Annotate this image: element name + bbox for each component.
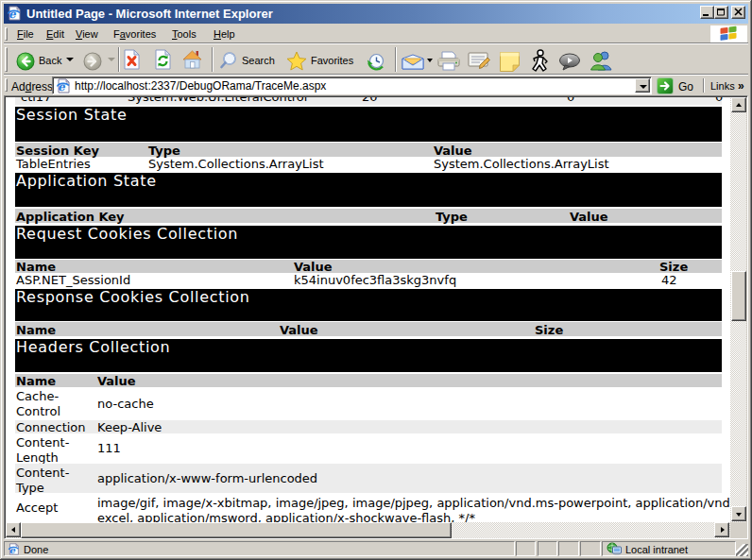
address-url[interactable]: http://localhost:2337/DebugORama/TraceMe…: [75, 79, 326, 93]
note-button[interactable]: [499, 51, 521, 74]
addressbar-grip[interactable]: [5, 78, 8, 92]
favorites-star-icon: [286, 51, 307, 71]
status-panel: [558, 541, 579, 556]
history-button[interactable]: [366, 51, 386, 74]
forward-button[interactable]: [83, 52, 102, 73]
links-chevron-icon[interactable]: »: [738, 79, 744, 93]
column-header: Value: [97, 374, 136, 388]
back-button[interactable]: [16, 52, 35, 73]
menubar-grip[interactable]: [5, 27, 8, 41]
maximize-button[interactable]: [714, 6, 728, 19]
table-header-row: Application Key Type Value: [15, 209, 722, 223]
close-button[interactable]: [731, 6, 745, 19]
mail-button[interactable]: [402, 54, 425, 72]
address-dropdown-button[interactable]: [635, 78, 650, 93]
cell: System.Collections.ArrayList: [434, 157, 609, 171]
header-value: 111: [97, 441, 121, 455]
column-header: Value: [294, 260, 333, 274]
accel-underline: F: [17, 28, 24, 40]
column-header: Name: [16, 260, 56, 274]
toolbar-grip[interactable]: [5, 47, 8, 72]
search-label[interactable]: Search: [242, 55, 275, 66]
accel-underline: T: [172, 28, 178, 40]
mail-dropdown-arrow[interactable]: [427, 59, 433, 62]
two-people-icon: [590, 51, 614, 71]
section-header-application-state: Application State: [15, 173, 722, 207]
stop-button[interactable]: [124, 49, 140, 72]
edit-button[interactable]: [468, 52, 491, 72]
table-header-row: Session Key Type Value: [15, 143, 722, 157]
header-name: Content- Length: [16, 435, 69, 465]
vertical-scroll-thumb[interactable]: [731, 271, 746, 321]
refresh-button[interactable]: [155, 49, 171, 72]
table-row: Content- Length 111: [15, 433, 722, 464]
ie-page-icon: e: [56, 78, 71, 93]
section-title: Response Cookies Collection: [16, 288, 250, 306]
header-value: no-cache: [97, 397, 154, 411]
links-label[interactable]: Links: [710, 80, 735, 92]
horizontal-scroll-thumb[interactable]: [21, 522, 452, 538]
page-content: ctl17 System.Web.UI.LiteralControl 20 0 …: [6, 97, 730, 522]
cell: k54inuv0fec3fla3skg3nvfq: [294, 273, 456, 287]
table-row: Connection Keep-Alive: [15, 420, 722, 433]
minimize-button[interactable]: [700, 6, 714, 19]
go-button[interactable]: Go: [678, 80, 693, 93]
menu-favorites[interactable]: Favorites: [113, 28, 156, 40]
column-header: Value: [280, 323, 318, 337]
contacts-button[interactable]: [590, 51, 614, 73]
menu-file[interactable]: File: [17, 28, 34, 40]
accel-underline: H: [214, 28, 221, 40]
search-icon: [219, 51, 238, 70]
zone-panel: Local intranet: [602, 541, 736, 556]
scroll-down-button[interactable]: [731, 506, 746, 521]
back-label[interactable]: Back: [39, 55, 61, 66]
print-icon: [436, 51, 461, 71]
menu-bar: File Edit View Favorites Tools Help: [4, 25, 748, 43]
address-input[interactable]: e http://localhost:2337/DebugORama/Trace…: [52, 76, 652, 94]
discuss-button[interactable]: [558, 53, 583, 73]
scroll-left-button[interactable]: [6, 522, 21, 537]
header-value-line: image/gif, image/x-xbitmap, image/jpeg, …: [97, 496, 730, 511]
section-header-session-state: Session State: [15, 107, 722, 142]
menu-edit[interactable]: Edit: [46, 28, 64, 40]
home-button[interactable]: [182, 49, 202, 72]
menu-view[interactable]: View: [76, 28, 98, 40]
scroll-up-button[interactable]: [731, 97, 746, 112]
print-button[interactable]: [436, 51, 461, 73]
section-title: Application State: [16, 172, 157, 190]
scroll-right-button[interactable]: [714, 522, 729, 537]
accel-underline: a: [120, 28, 126, 40]
header-name: Cache- Control: [16, 389, 60, 418]
toolbar-separator: [212, 47, 214, 72]
title-bar[interactable]: e Untitled Page - Microsoft Internet Exp…: [4, 4, 748, 24]
section-header-response-cookies: Response Cookies Collection: [15, 289, 722, 321]
home-icon: [182, 49, 202, 70]
go-icon[interactable]: [657, 77, 674, 94]
section-title: Request Cookies Collection: [16, 225, 238, 243]
favorites-label[interactable]: Favorites: [311, 55, 353, 66]
chevron-down-icon: [640, 85, 647, 89]
status-panel: [538, 541, 557, 556]
column-header: Size: [535, 323, 563, 337]
forward-dropdown-arrow[interactable]: [108, 58, 115, 61]
resize-grip[interactable]: [736, 544, 748, 556]
cell: System.Collections.ArrayList: [148, 157, 324, 171]
header-name-line: Accept: [16, 501, 58, 516]
menu-help[interactable]: Help: [214, 28, 235, 40]
table-header-row: Name Value Size: [15, 322, 722, 336]
header-name-line: Content-: [16, 435, 69, 450]
menu-tools[interactable]: Tools: [172, 28, 197, 40]
favorites-button[interactable]: [286, 51, 307, 73]
table-row: ASP.NET_SessionId k54inuv0fec3fla3skg3nv…: [15, 273, 722, 285]
accel-underline: d: [26, 80, 32, 93]
browser-client-area: ctl17 System.Web.UI.LiteralControl 20 0 …: [4, 95, 748, 539]
back-dropdown-arrow[interactable]: [66, 58, 74, 61]
search-button[interactable]: [219, 51, 238, 72]
arrow-down-icon: [736, 513, 742, 517]
cell: 42: [661, 273, 677, 287]
messenger-button[interactable]: [529, 49, 550, 75]
column-header: Type: [436, 210, 468, 224]
column-header: Value: [434, 144, 472, 158]
forward-icon: [83, 52, 102, 71]
zone-text: Local intranet: [625, 544, 688, 555]
